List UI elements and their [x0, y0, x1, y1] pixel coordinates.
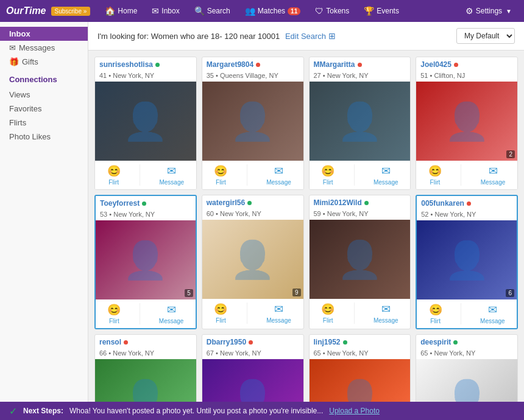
profile-card[interactable]: linj1952 65 • New York, NY 👤 😊 Flirt ✉ M…	[309, 334, 411, 402]
settings-icon: ⚙	[466, 6, 473, 16]
action-separator	[461, 164, 461, 186]
profile-card[interactable]: Toeyforrest 53 • New York, NY 👤 5 😊 Flir…	[94, 195, 197, 329]
message-button[interactable]: ✉ Message	[480, 303, 505, 324]
flirt-icon: 😊	[321, 303, 335, 316]
photo-placeholder: 👤	[202, 220, 303, 299]
action-separator	[247, 164, 247, 186]
sidebar-item-photo-likes[interactable]: Photo Likes	[0, 130, 88, 144]
profile-photo: 👤	[310, 82, 411, 161]
sidebar-flirts-label: Flirts	[9, 118, 26, 127]
profile-card[interactable]: Dbarry1950 67 • New York, NY 👤 😊 Flirt ✉…	[202, 334, 304, 402]
profile-photo: 👤	[95, 359, 196, 402]
message-icon: ✉	[274, 303, 283, 316]
profile-name: watergirl56	[207, 198, 245, 207]
message-button[interactable]: ✉ Message	[266, 164, 291, 186]
search-text: I'm looking for: Women who are 18- 120 n…	[97, 32, 280, 41]
online-status-dot	[249, 340, 253, 345]
sidebar-item-inbox[interactable]: Inbox	[0, 27, 88, 41]
profile-card[interactable]: sunriseshotlisa 41 • New York, NY 👤 😊 Fl…	[94, 57, 197, 190]
sidebar-item-messages[interactable]: ✉ Messages	[0, 41, 88, 55]
online-status-dot	[358, 63, 362, 67]
edit-search-link[interactable]: Edit Search	[285, 32, 326, 41]
online-status-dot	[247, 201, 252, 205]
flirt-label: Flirt	[430, 179, 441, 186]
nav-matches[interactable]: 👥 Matches 11	[239, 0, 306, 22]
profile-card[interactable]: watergirl56 60 • New York, NY 👤 9 😊 Flir…	[202, 195, 304, 329]
flirt-button[interactable]: 😊 Flirt	[321, 303, 335, 324]
profile-card[interactable]: deespirit 65 • New York, NY 👤 😊 Flirt ✉ …	[416, 334, 518, 402]
profile-photo: 👤 5	[96, 220, 196, 299]
profile-card[interactable]: Margaret9804 35 • Queens Village, NY 👤 😊…	[202, 57, 304, 190]
flirt-button[interactable]: 😊 Flirt	[214, 164, 227, 186]
profile-name: linj1952	[314, 338, 341, 346]
action-separator	[461, 303, 461, 324]
profile-card[interactable]: rensol 66 • New York, NY 👤 😊 Flirt ✉ Mes…	[94, 334, 197, 402]
sidebar-item-flirts[interactable]: Flirts	[0, 116, 88, 130]
profile-photo: 👤	[310, 359, 411, 402]
profile-photo: 👤 6	[417, 220, 517, 299]
inbox-icon: ✉	[152, 6, 159, 16]
profile-card[interactable]: Joel0425 51 • Clifton, NJ 👤 2 😊 Flirt ✉ …	[416, 57, 518, 190]
message-button[interactable]: ✉ Message	[159, 303, 184, 324]
profile-card[interactable]: Mimi2012Wild 59 • New York, NY 👤 😊 Flirt…	[309, 195, 411, 329]
message-button[interactable]: ✉ Message	[374, 303, 398, 324]
profile-photo: 👤 2	[416, 82, 517, 161]
message-label: Message	[481, 179, 506, 186]
sidebar-item-favorites[interactable]: Favorites	[0, 102, 88, 116]
sidebar-gifts-label: Gifts	[22, 57, 38, 66]
person-silhouette-icon: 👤	[230, 100, 275, 143]
upload-photo-link[interactable]: Upload a Photo	[329, 407, 380, 415]
photo-placeholder: 👤	[310, 220, 411, 299]
message-button[interactable]: ✉ Message	[374, 164, 398, 186]
layout: Inbox ✉ Messages 🎁 Gifts Connections Vie…	[0, 22, 524, 402]
photo-count: 6	[506, 289, 514, 297]
profile-name: Joel0425	[420, 60, 451, 69]
flirt-icon: 😊	[107, 164, 121, 178]
message-label: Message	[374, 317, 398, 324]
nav-events[interactable]: 🏆 Events	[358, 0, 405, 22]
profile-sub: 65 • New York, NY	[310, 349, 411, 359]
online-status-dot	[343, 340, 347, 345]
message-icon: ✉	[274, 164, 283, 178]
flirt-button[interactable]: 😊 Flirt	[429, 303, 442, 324]
message-label: Message	[480, 318, 505, 324]
nav-inbox[interactable]: ✉ Inbox	[146, 0, 185, 22]
profile-card[interactable]: MMargaritta 27 • New York, NY 👤 😊 Flirt …	[309, 57, 411, 190]
profile-photo: 👤	[202, 82, 303, 161]
profile-card[interactable]: 005funkaren 52 • New York, NY 👤 6 😊 Flir…	[416, 195, 518, 329]
message-button[interactable]: ✉ Message	[481, 164, 506, 186]
action-separator	[354, 164, 355, 186]
profile-header: watergirl56	[202, 195, 303, 210]
sidebar-item-views[interactable]: Views	[0, 88, 88, 102]
online-status-dot	[142, 201, 146, 206]
profile-name: sunriseshotlisa	[99, 60, 153, 69]
filter-icon[interactable]: ⊞	[328, 31, 336, 41]
profile-photo: 👤	[95, 82, 196, 161]
profile-name: Margaret9804	[207, 60, 253, 69]
profile-photo: 👤	[416, 359, 517, 402]
nav-settings[interactable]: ⚙ Settings ▼	[459, 0, 518, 22]
profile-photo: 👤	[310, 220, 411, 299]
profile-sub: 52 • New York, NY	[417, 211, 517, 220]
flirt-button[interactable]: 😊 Flirt	[321, 164, 335, 186]
message-button[interactable]: ✉ Message	[266, 303, 291, 324]
flirt-label: Flirt	[323, 317, 333, 324]
profile-header: Toeyforrest	[96, 196, 196, 211]
flirt-button[interactable]: 😊 Flirt	[107, 164, 121, 186]
message-button[interactable]: ✉ Message	[159, 164, 184, 186]
nav-home[interactable]: 🏠 Home	[99, 0, 143, 22]
flirt-button[interactable]: 😊 Flirt	[107, 303, 121, 324]
flirt-button[interactable]: 😊 Flirt	[214, 303, 227, 324]
flirt-label: Flirt	[109, 318, 119, 324]
nav-tokens[interactable]: 🛡 Tokens	[309, 0, 355, 22]
sort-dropdown[interactable]: My Default Custom 1 Custom 2	[456, 28, 515, 44]
action-separator	[140, 303, 140, 324]
subscribe-button[interactable]: Subscribe »	[51, 7, 91, 16]
flirt-button[interactable]: 😊 Flirt	[428, 164, 442, 186]
profile-header: Dbarry1950	[202, 335, 303, 349]
nav-search[interactable]: 🔍 Search	[188, 0, 236, 22]
flirt-icon: 😊	[214, 303, 227, 316]
person-silhouette-icon: 👤	[444, 100, 490, 143]
sidebar-item-gifts[interactable]: 🎁 Gifts	[0, 55, 88, 69]
settings-arrow-icon: ▼	[506, 8, 512, 15]
